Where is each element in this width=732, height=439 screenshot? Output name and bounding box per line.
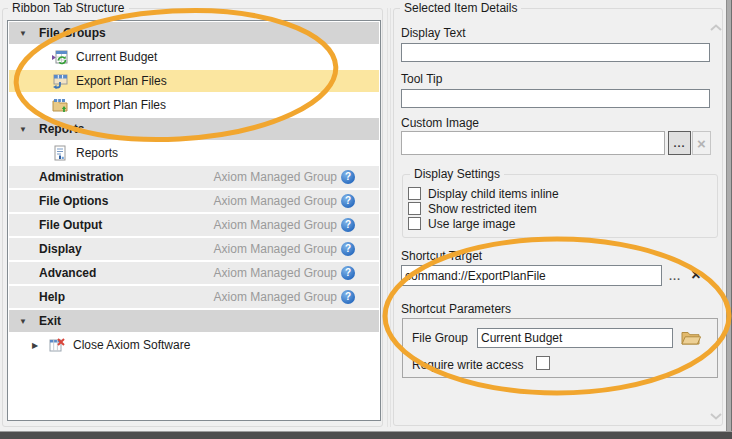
import-plan-files-icon [52,97,68,113]
window-bottom-border [0,431,732,439]
tree-item-label: Export Plan Files [76,74,167,88]
report-icon [52,145,68,161]
help-icon[interactable]: ? [341,170,355,184]
help-icon[interactable]: ? [341,218,355,232]
file-group-input[interactable] [477,328,673,348]
file-group-label: File Group [412,331,468,345]
ribbon-tab-structure-title: Ribbon Tab Structure [8,1,129,15]
tree-item-close-axiom-software[interactable]: ▶ Close Axiom Software [9,334,379,356]
tree-group-file-groups[interactable]: ▼ File Groups [9,22,379,44]
custom-image-browse-button[interactable]: ... [668,131,691,155]
custom-image-label: Custom Image [401,116,479,130]
tool-tip-label: Tool Tip [401,72,442,86]
managed-group-badge: Axiom Managed Group [214,266,337,280]
ribbon-tree: ▼ File Groups Current Budget [7,20,381,421]
require-write-access-label: Require write access [412,358,523,372]
file-group-folder-icon[interactable] [681,330,701,349]
shortcut-target-input[interactable] [401,265,662,286]
window-right-border [726,0,732,439]
tree-item-label: Current Budget [76,50,157,64]
close-axiom-icon [49,337,65,353]
require-write-access-checkbox[interactable] [536,356,550,370]
tree-group-exit[interactable]: ▼ Exit [9,310,379,332]
panel-splitter[interactable] [387,8,388,427]
display-settings-title: Display Settings [410,167,504,181]
help-icon[interactable]: ? [341,266,355,280]
tree-row-label: Display [39,242,82,256]
display-text-input[interactable] [401,43,710,62]
selected-item-details-title: Selected Item Details [400,1,521,15]
tree-item-label: Import Plan Files [76,98,166,112]
tree-row-display[interactable]: Display Axiom Managed Group ? [9,238,379,260]
current-budget-icon [52,49,68,65]
help-icon[interactable]: ? [341,242,355,256]
tree-row-file-output[interactable]: File Output Axiom Managed Group ? [9,214,379,236]
tree-row-label: Advanced [39,266,96,280]
tree-item-label: Reports [76,146,118,160]
export-plan-files-icon [52,73,68,89]
expander-down-icon[interactable]: ▼ [17,29,29,38]
tree-item-export-plan-files[interactable]: Export Plan Files [9,70,379,92]
tree-row-advanced[interactable]: Advanced Axiom Managed Group ? [9,262,379,284]
shortcut-target-label: Shortcut Target [401,249,482,263]
tree-row-label: Administration [39,170,124,184]
help-icon[interactable]: ? [341,194,355,208]
chevron-down-icon[interactable] [710,409,722,423]
tree-group-label: File Groups [39,26,106,40]
display-child-items-inline-checkbox[interactable] [408,187,421,200]
managed-group-badge: Axiom Managed Group [214,242,337,256]
tree-row-administration[interactable]: Administration Axiom Managed Group ? [9,166,379,188]
use-large-image-label: Use large image [428,217,515,231]
use-large-image-checkbox[interactable] [408,217,421,230]
tree-item-current-budget[interactable]: Current Budget [9,46,379,68]
shortcut-parameters-label: Shortcut Parameters [401,302,511,316]
managed-group-badge: Axiom Managed Group [214,170,337,184]
show-restricted-item-label: Show restricted item [428,202,537,216]
shortcut-target-browse-button[interactable]: ... [666,268,684,284]
managed-group-badge: Axiom Managed Group [214,218,337,232]
chevron-up-icon[interactable] [710,21,722,35]
help-icon[interactable]: ? [341,290,355,304]
tree-group-label: Reports [39,122,84,136]
tree-row-file-options[interactable]: File Options Axiom Managed Group ? [9,190,379,212]
display-text-label: Display Text [401,26,465,40]
custom-image-clear-button[interactable]: × [692,131,711,155]
shortcut-target-clear-button[interactable]: × [687,264,705,286]
show-restricted-item-checkbox[interactable] [408,202,421,215]
tree-item-label: Close Axiom Software [73,338,190,352]
custom-image-input[interactable] [401,131,665,155]
tree-group-label: Exit [39,314,61,328]
tree-row-help[interactable]: Help Axiom Managed Group ? [9,286,379,308]
managed-group-badge: Axiom Managed Group [214,194,337,208]
tree-item-import-plan-files[interactable]: Import Plan Files [9,94,379,116]
tree-row-label: File Output [39,218,102,232]
tool-tip-input[interactable] [401,89,710,108]
panel-splitter-line [390,8,391,427]
tree-item-reports[interactable]: Reports [9,142,379,164]
expander-down-icon[interactable]: ▼ [17,125,29,134]
tree-group-reports[interactable]: ▼ Reports [9,118,379,140]
expander-down-icon[interactable]: ▼ [17,317,29,326]
display-child-items-inline-label: Display child items inline [428,187,559,201]
managed-group-badge: Axiom Managed Group [214,290,337,304]
tree-row-label: Help [39,290,65,304]
expander-right-icon[interactable]: ▶ [29,341,41,350]
tree-row-label: File Options [39,194,108,208]
